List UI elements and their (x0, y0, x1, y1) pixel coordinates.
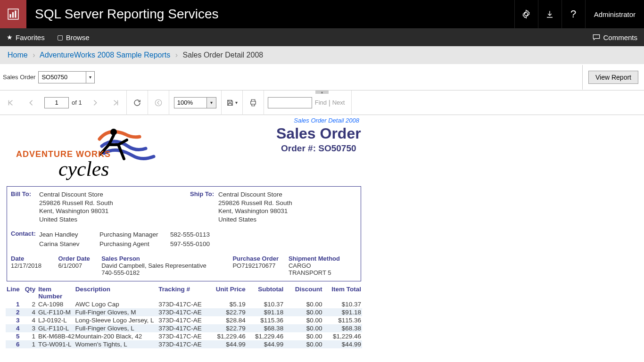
chevron-down-icon[interactable]: ▾ (86, 72, 94, 83)
table-row: 61TG-W091-LWomen's Tights, L373D-417C-AE… (6, 340, 362, 348)
back-icon (154, 99, 163, 107)
order-info-box: Bill To: Central Discount Store 259826 R… (7, 186, 361, 281)
chevron-left-icon (28, 99, 34, 106)
app-title: SQL Server Reporting Services (26, 0, 514, 28)
contact-row: Jean Handley Purchasing Manager 582-555-… (39, 230, 227, 239)
app-header: SQL Server Reporting Services ? Administ… (0, 0, 644, 28)
export-button[interactable]: ▾ (222, 90, 242, 115)
svg-text:cycles: cycles (58, 157, 109, 181)
collapse-handle[interactable]: ▴ (315, 90, 329, 94)
save-icon (226, 99, 234, 107)
chevron-down-icon[interactable]: ▾ (206, 98, 216, 108)
browse-tab[interactable]: ▢ Browse (57, 33, 90, 41)
find-input[interactable] (268, 97, 312, 108)
table-row: 51BK-M68B-42Mountain-200 Black, 42373D-4… (6, 332, 362, 340)
ship-to-label: Ship To: (190, 190, 218, 223)
zoom-input[interactable] (174, 98, 206, 107)
chevron-down-icon: ▾ (235, 100, 238, 105)
comment-icon (593, 34, 600, 41)
contact-row: Carina Stanev Purchasing Agent 597-555-0… (39, 239, 227, 249)
chevron-right-icon: › (33, 51, 35, 59)
comments-button[interactable]: Comments (593, 33, 637, 41)
company-logo: ADVENTURE WORKS cycles (8, 125, 173, 181)
table-row: 12CA-1098AWC Logo Cap373D-417C-AE$5.19$1… (6, 300, 362, 308)
breadcrumb-folder[interactable]: AdventureWorks 2008 Sample Reports (40, 51, 170, 59)
first-page-icon (7, 99, 14, 106)
table-row: 24GL-F110-MFull-Finger Gloves, M373D-417… (6, 308, 362, 316)
download-button[interactable] (538, 0, 561, 28)
breadcrumb-home[interactable]: Home (8, 51, 28, 59)
param-label: Sales Order (3, 74, 35, 81)
report-toolbar: ▴ of 1 ▾ ▾ Find | Next (0, 90, 644, 115)
star-icon: ★ (7, 33, 13, 41)
favorites-label: Favorites (16, 33, 45, 41)
table-row: 43GL-F110-LFull-Finger Gloves, L373D-417… (6, 324, 362, 332)
last-page-button[interactable] (106, 90, 126, 115)
refresh-button[interactable] (127, 90, 148, 115)
help-button[interactable]: ? (561, 0, 585, 28)
contacts-table: Jean Handley Purchasing Manager 582-555-… (39, 230, 227, 248)
refresh-icon (133, 99, 141, 107)
svg-rect-1 (9, 14, 11, 18)
gear-icon (521, 9, 531, 19)
contact-label: Contact: (11, 230, 39, 248)
print-button[interactable] (243, 90, 264, 115)
parameter-bar: Sales Order ▾ View Report (0, 64, 644, 90)
user-menu[interactable]: Administrator (585, 0, 644, 28)
view-report-button[interactable]: View Report (588, 71, 638, 84)
print-icon (249, 99, 257, 107)
zoom-select[interactable]: ▾ (174, 97, 216, 108)
sales-order-select[interactable]: ▾ (38, 71, 95, 83)
page-of-label: of 1 (72, 99, 82, 106)
settings-button[interactable] (514, 0, 538, 28)
order-meta: Date 12/17/2018 Order Date 6/1/2007 Sale… (11, 255, 357, 276)
bill-to-label: Bill To: (11, 190, 39, 223)
svg-rect-3 (15, 10, 16, 17)
bill-to-address: Central Discount Store 259826 Russell Rd… (39, 190, 113, 223)
page-input[interactable] (44, 97, 69, 108)
question-icon: ? (570, 8, 576, 20)
next-page-button[interactable] (85, 90, 106, 115)
breadcrumb: Home › AdventureWorks 2008 Sample Report… (0, 46, 644, 64)
svg-point-4 (155, 99, 162, 106)
browse-icon: ▢ (57, 33, 63, 41)
breadcrumb-current: Sales Order Detail 2008 (182, 51, 263, 59)
svg-rect-2 (12, 12, 14, 18)
order-number: Order #: SO50750 (276, 143, 361, 154)
report-link[interactable]: Sales Order Detail 2008 (5, 117, 363, 124)
first-page-button[interactable] (0, 90, 21, 115)
favorites-tab[interactable]: ★ Favorites (7, 33, 45, 41)
chevron-right-icon (92, 99, 98, 106)
sales-order-input[interactable] (39, 73, 86, 82)
chevron-right-icon: › (175, 51, 178, 59)
download-icon (545, 10, 554, 18)
prev-page-button[interactable] (21, 90, 41, 115)
comments-label: Comments (603, 33, 637, 41)
chart-icon (7, 8, 19, 20)
find-button[interactable]: Find (315, 99, 327, 106)
back-button[interactable] (148, 90, 169, 115)
table-row: 34LJ-0192-LLong-Sleeve Logo Jersey, L373… (6, 316, 362, 324)
find-next-button[interactable]: Next (332, 99, 345, 106)
browse-label: Browse (66, 33, 90, 41)
report-viewer[interactable]: Sales Order Detail 2008 ADVENTURE WORKS … (0, 115, 644, 360)
subheader: ★ Favorites ▢ Browse Comments (0, 28, 644, 46)
app-logo[interactable] (0, 0, 26, 28)
table-header: Line Qty Item Number Description Trackin… (6, 285, 362, 300)
line-items-table: Line Qty Item Number Description Trackin… (6, 285, 362, 348)
report-title: Sales Order (276, 125, 361, 142)
ship-to-address: Central Discount Store 259826 Russell Rd… (218, 190, 292, 223)
last-page-icon (113, 99, 119, 106)
